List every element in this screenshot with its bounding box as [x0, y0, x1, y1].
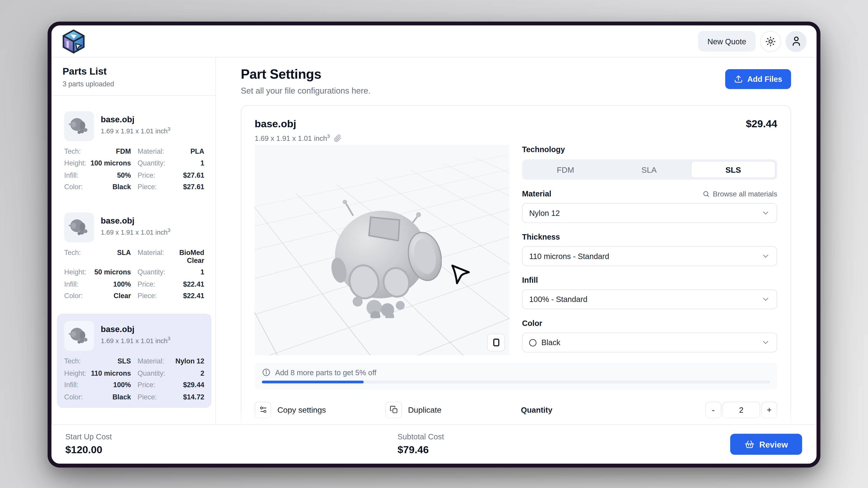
part-name: base.obj: [101, 115, 170, 124]
promo-progress-fill: [262, 380, 364, 383]
part-info: base.obj 1.69 x 1.91 x 1.01 inch3: [101, 321, 170, 351]
part-name: base.obj: [101, 324, 170, 334]
spec-height: Height:110 microns: [64, 370, 131, 377]
square-icon: [493, 339, 499, 346]
tab-sls[interactable]: SLS: [691, 161, 776, 178]
cursor-icon: [450, 263, 472, 286]
spec-color: Color:Black: [64, 183, 131, 191]
user-icon: [790, 35, 802, 47]
main-header: Part Settings Set all your file configur…: [241, 66, 791, 95]
material-select[interactable]: Nylon 12: [522, 203, 777, 223]
quantity-stepper: - 2 +: [705, 401, 777, 418]
part-card-1[interactable]: base.obj 1.69 x 1.91 x 1.01 inch3 Tech:F…: [57, 104, 211, 198]
part-specs: Tech:SLA Material:BioMed Clear Height:50…: [64, 249, 204, 300]
spec-material: Material:BioMed Clear: [138, 249, 204, 265]
browse-all-materials-link[interactable]: Browse all materials: [702, 189, 777, 198]
quantity-value[interactable]: 2: [722, 401, 760, 418]
tab-fdm[interactable]: FDM: [524, 161, 608, 178]
spec-tech: Tech:SLS: [64, 358, 131, 365]
color-select[interactable]: Black: [522, 333, 777, 353]
part-dimensions: 1.69 x 1.91 x 1.01 inch3: [101, 227, 170, 236]
part-card-top: base.obj 1.69 x 1.91 x 1.01 inch3: [64, 321, 204, 351]
startup-cost-label: Start Up Cost: [65, 432, 112, 441]
startup-cost-block: Start Up Cost $120.00: [65, 432, 112, 456]
spec-material: Material:PLA: [138, 148, 204, 156]
user-avatar-button[interactable]: [785, 31, 807, 52]
spec-price: Price:$29.44: [138, 381, 204, 389]
page-title: Part Settings: [241, 66, 370, 82]
spec-price: Price:$22.41: [138, 280, 204, 288]
part-info: base.obj 1.69 x 1.91 x 1.01 inch3: [101, 111, 170, 141]
desktop-background: New Quote: [0, 0, 868, 488]
technology-segmented-control: FDM SLA SLS: [522, 159, 777, 180]
file-name: base.obj: [255, 118, 296, 130]
header-actions: New Quote: [698, 31, 807, 52]
new-quote-button[interactable]: New Quote: [698, 31, 756, 52]
part-dimensions: 1.69 x 1.91 x 1.01 inch3: [101, 126, 170, 135]
basket-icon: [744, 439, 754, 449]
model-viewport-3d[interactable]: [255, 145, 509, 355]
tab-sla[interactable]: SLA: [608, 161, 691, 178]
review-button[interactable]: Review: [730, 434, 802, 455]
chevron-down-icon: [761, 338, 770, 347]
infill-select[interactable]: 100% - Standard: [522, 289, 777, 309]
sidebar-subtitle: 3 parts uploaded: [63, 80, 204, 88]
part-card-top: base.obj 1.69 x 1.91 x 1.01 inch3: [64, 111, 204, 141]
search-icon: [702, 190, 710, 197]
part-info: base.obj 1.69 x 1.91 x 1.01 inch3: [101, 212, 170, 242]
copy-settings-button[interactable]: Copy settings: [255, 401, 385, 418]
spec-color: Color:Clear: [64, 292, 131, 300]
thickness-select[interactable]: 110 microns - Standard: [522, 246, 777, 266]
duplicate-button[interactable]: Duplicate: [385, 401, 521, 418]
discount-promo-banner: Add 8 more parts to get 5% off: [255, 363, 777, 390]
spec-piece: Piece:$27.61: [138, 183, 204, 191]
sidebar-title: Parts List: [63, 66, 204, 77]
card-header: base.obj $29.44: [255, 118, 777, 130]
app-window: New Quote: [48, 22, 820, 467]
app-body: Parts List 3 parts uploaded: [52, 58, 817, 464]
spec-piece: Piece:$14.72: [138, 393, 204, 401]
spec-quantity: Quantity:1: [138, 160, 204, 167]
info-icon: [262, 368, 271, 377]
spec-quantity: Quantity:2: [138, 370, 204, 377]
quantity-decrement-button[interactable]: -: [705, 401, 721, 418]
material-label: Material: [522, 189, 551, 198]
spec-tech: Tech:SLA: [64, 249, 131, 265]
app-logo-icon: [61, 29, 86, 54]
copy-icon: [385, 401, 402, 418]
quantity-increment-button[interactable]: +: [761, 401, 777, 418]
part-card-2[interactable]: base.obj 1.69 x 1.91 x 1.01 inch3 Tech:S…: [57, 205, 211, 307]
card-actions-row: Copy settings Duplicate Quantity: [255, 400, 777, 419]
sliders-icon: [255, 401, 271, 418]
part-price: $29.44: [746, 118, 777, 130]
part-card-3-selected[interactable]: base.obj 1.69 x 1.91 x 1.01 inch3 Tech:S…: [57, 314, 211, 408]
spec-infill: Infill:50%: [64, 171, 131, 179]
viewport-reset-view-button[interactable]: [487, 334, 505, 351]
part-dimensions: 1.69 x 1.91 x 1.01 inch3: [101, 336, 170, 345]
spec-color: Color:Black: [64, 393, 131, 401]
theme-toggle-button[interactable]: [760, 31, 781, 52]
thickness-label: Thickness: [522, 232, 777, 241]
quantity-label: Quantity: [521, 405, 553, 414]
chevron-down-icon: [761, 295, 770, 304]
part-thumbnail: [64, 321, 94, 351]
color-section: Color Black: [522, 319, 777, 353]
color-label: Color: [522, 319, 777, 328]
chevron-down-icon: [761, 209, 770, 217]
spec-piece: Piece:$22.41: [138, 292, 204, 300]
summary-footer: Start Up Cost $120.00 Subtotal Cost $79.…: [52, 424, 817, 464]
part-settings-card: base.obj $29.44 1.69 x 1.91 x 1.01 inch3: [241, 105, 791, 464]
part-card-top: base.obj 1.69 x 1.91 x 1.01 inch3: [64, 212, 204, 242]
promo-progress-track: [262, 380, 770, 383]
spec-infill: Infill:100%: [64, 280, 131, 288]
startup-cost-value: $120.00: [65, 444, 112, 456]
promo-text: Add 8 more parts to get 5% off: [275, 368, 376, 376]
part-specs: Tech:SLS Material:Nylon 12 Height:110 mi…: [64, 358, 204, 401]
spec-material: Material:Nylon 12: [138, 358, 204, 365]
subtotal-cost-block: Subtotal Cost $79.46: [397, 432, 444, 456]
part-name: base.obj: [101, 215, 170, 225]
add-files-button[interactable]: Add Files: [725, 69, 791, 89]
part-thumbnail: [64, 111, 94, 141]
paperclip-icon[interactable]: [334, 134, 341, 142]
spec-tech: Tech:FDM: [64, 148, 131, 156]
